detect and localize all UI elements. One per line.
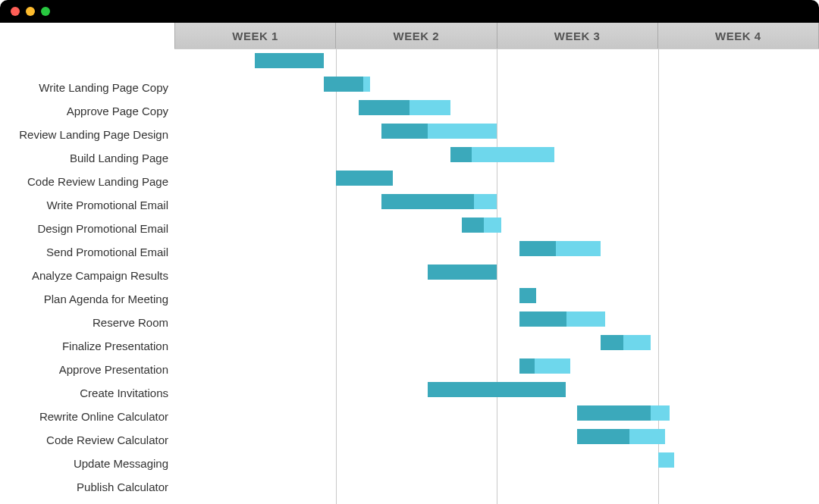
task-progress-bar: [577, 429, 629, 444]
gantt-content: Write Landing Page CopyApprove Page Copy…: [0, 23, 819, 504]
gantt-bar-row: [174, 73, 819, 96]
task-row: Finalize Presentation: [0, 334, 174, 358]
minimize-icon[interactable]: [26, 7, 35, 16]
gantt-bar-row: [174, 96, 819, 120]
gantt-bar-row: [174, 120, 819, 143]
task-progress-bar: [462, 218, 483, 233]
task-progress-bar: [381, 124, 428, 139]
task-row: Approve Page Copy: [0, 99, 174, 123]
gantt-bar-row: [174, 331, 819, 355]
task-label-column: Write Landing Page CopyApprove Page Copy…: [0, 23, 174, 504]
task-progress-bar: [601, 335, 623, 350]
task-label: Design Promotional Email: [0, 222, 174, 235]
task-progress-bar: [255, 53, 324, 68]
task-row: Review Landing Page Design: [0, 123, 174, 146]
task-progress-bar: [519, 311, 566, 327]
task-bar[interactable]: [658, 452, 674, 468]
task-label: Write Landing Page Copy: [0, 81, 174, 94]
task-progress-bar: [324, 77, 363, 92]
task-row: Write Promotional Email: [0, 193, 174, 217]
task-label: Analyze Campaign Results: [0, 269, 174, 282]
week-header-cell: WEEK 2: [336, 23, 497, 49]
gantt-bar-row: [174, 190, 819, 214]
gantt-bar-row: [174, 425, 819, 449]
task-progress-bar: [428, 265, 497, 280]
gantt-bar-row: [174, 167, 819, 190]
task-row: Publish Calculator: [0, 475, 174, 499]
task-label: Approve Presentation: [0, 363, 174, 376]
task-label: Build Landing Page: [0, 152, 174, 164]
gantt-bar-row: [174, 237, 819, 261]
task-label: Send Promotional Email: [0, 246, 174, 258]
task-progress-bar: [336, 171, 394, 186]
task-label: Rewrite Online Calculator: [0, 410, 174, 423]
task-row: Analyze Campaign Results: [0, 264, 174, 287]
timeline-area: WEEK 1WEEK 2WEEK 3WEEK 4: [174, 23, 819, 504]
task-row: Code Review Landing Page: [0, 170, 174, 193]
week-header-cell: WEEK 1: [174, 23, 336, 49]
task-progress-bar: [359, 100, 410, 115]
task-row: Code Review Calculator: [0, 428, 174, 452]
task-row: Create Invitations: [0, 381, 174, 405]
gantt-bar-row: [174, 49, 819, 73]
task-progress-bar: [381, 194, 473, 209]
task-row: Approve Presentation: [0, 358, 174, 381]
task-label: Approve Page Copy: [0, 105, 174, 117]
task-label: Update Messaging: [0, 457, 174, 470]
task-progress-bar: [519, 241, 556, 256]
week-header-cell: WEEK 3: [497, 23, 658, 49]
gantt-bars: [174, 49, 819, 504]
task-label: Write Promotional Email: [0, 199, 174, 211]
task-progress-bar: [450, 147, 471, 162]
gantt-bar-row: [174, 378, 819, 402]
timeline-header: WEEK 1WEEK 2WEEK 3WEEK 4: [174, 23, 819, 49]
zoom-icon[interactable]: [41, 7, 50, 16]
gantt-bar-row: [174, 284, 819, 308]
app-window: Write Landing Page CopyApprove Page Copy…: [0, 0, 819, 504]
task-row: Build Landing Page: [0, 146, 174, 170]
task-progress-bar: [519, 358, 535, 374]
task-label: Finalize Presentation: [0, 340, 174, 352]
task-label: Code Review Calculator: [0, 434, 174, 446]
task-row: Design Promotional Email: [0, 217, 174, 240]
task-progress-bar: [577, 405, 651, 421]
task-label: Plan Agenda for Meeting: [0, 293, 174, 305]
task-row: Send Promotional Email: [0, 240, 174, 264]
week-header-cell: WEEK 4: [658, 23, 819, 49]
task-row: Plan Agenda for Meeting: [0, 287, 174, 311]
task-label: Create Invitations: [0, 387, 174, 399]
gantt-bar-row: [174, 449, 819, 472]
gantt-bar-row: [174, 261, 819, 284]
task-progress-bar: [519, 288, 535, 303]
task-row: Update Messaging: [0, 452, 174, 475]
task-progress-bar: [428, 382, 566, 397]
task-row: Reserve Room: [0, 311, 174, 334]
gantt-bar-row: [174, 143, 819, 167]
task-label: Publish Calculator: [0, 481, 174, 493]
close-icon[interactable]: [11, 7, 20, 16]
task-row: Rewrite Online Calculator: [0, 405, 174, 428]
gantt-bar-row: [174, 355, 819, 378]
task-label: Reserve Room: [0, 316, 174, 329]
gantt-bar-row: [174, 308, 819, 331]
task-row: Write Landing Page Copy: [0, 76, 174, 99]
task-label: Code Review Landing Page: [0, 175, 174, 188]
window-titlebar: [0, 0, 819, 23]
gantt-bar-row: [174, 402, 819, 425]
task-label: Review Landing Page Design: [0, 128, 174, 141]
gantt-bar-row: [174, 214, 819, 237]
